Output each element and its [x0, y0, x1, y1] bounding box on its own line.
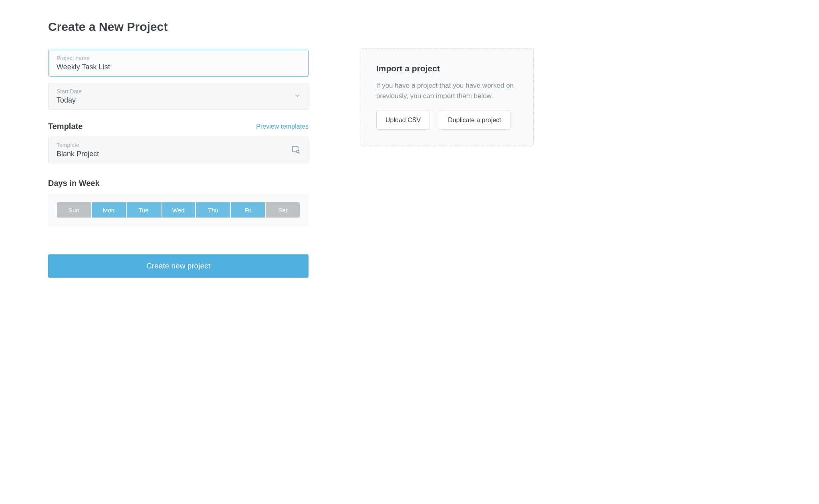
day-toggle-mon[interactable]: Mon — [92, 202, 126, 218]
day-toggle-sun[interactable]: Sun — [57, 202, 91, 218]
days-heading: Days in Week — [48, 179, 309, 188]
template-label: Template — [56, 142, 300, 148]
duplicate-project-button[interactable]: Duplicate a project — [439, 111, 510, 130]
template-search-icon — [292, 145, 300, 155]
project-name-label: Project name — [56, 55, 300, 61]
day-toggle-thu[interactable]: Thu — [196, 202, 230, 218]
day-toggle-tue[interactable]: Tue — [127, 202, 161, 218]
template-value: Blank Project — [56, 150, 300, 158]
template-field[interactable]: Template Blank Project — [48, 137, 309, 163]
day-toggle-fri[interactable]: Fri — [231, 202, 265, 218]
template-heading: Template — [48, 122, 83, 131]
upload-csv-button[interactable]: Upload CSV — [376, 111, 430, 130]
start-date-label: Start Date — [56, 88, 300, 95]
project-name-input[interactable] — [56, 63, 300, 71]
page-title: Create a New Project — [48, 20, 309, 34]
day-toggle-sat[interactable]: Sat — [266, 202, 300, 218]
day-toggle-wed[interactable]: Wed — [161, 202, 196, 218]
import-card: Import a project If you have a project t… — [361, 48, 534, 145]
import-heading: Import a project — [376, 64, 518, 73]
svg-line-2 — [299, 152, 300, 153]
start-date-value: Today — [56, 96, 300, 105]
start-date-field[interactable]: Start Date Today — [48, 83, 309, 110]
chevron-down-icon — [295, 93, 300, 100]
create-project-button[interactable]: Create new project — [48, 254, 309, 278]
days-container: Sun Mon Tue Wed Thu Fri Sat — [48, 194, 309, 226]
import-description: If you have a project that you have work… — [376, 81, 518, 101]
project-name-field[interactable]: Project name — [48, 50, 309, 77]
preview-templates-link[interactable]: Preview templates — [256, 123, 309, 130]
